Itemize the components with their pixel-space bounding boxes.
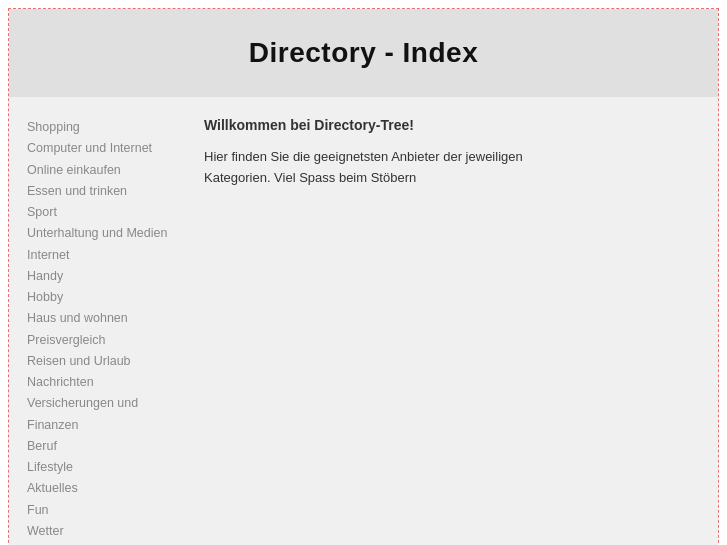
sidebar: ShoppingComputer und InternetOnline eink… (9, 117, 194, 542)
sidebar-item-18[interactable]: Wetter (27, 521, 184, 542)
welcome-title: Willkommen bei Directory-Tree! (204, 117, 698, 133)
sidebar-item-2[interactable]: Online einkaufen (27, 160, 184, 181)
sidebar-item-7[interactable]: Handy (27, 266, 184, 287)
page-container: Directory - Index ShoppingComputer und I… (8, 8, 719, 545)
sidebar-item-4[interactable]: Sport (27, 202, 184, 223)
sidebar-item-11[interactable]: Reisen und Urlaub (27, 351, 184, 372)
welcome-text: Hier finden Sie die geeignetsten Anbiete… (204, 147, 524, 189)
sidebar-item-1[interactable]: Computer und Internet (27, 138, 184, 159)
sidebar-item-3[interactable]: Essen und trinken (27, 181, 184, 202)
sidebar-item-17[interactable]: Fun (27, 500, 184, 521)
sidebar-item-13[interactable]: Versicherungen und Finanzen (27, 393, 184, 436)
main-content: Willkommen bei Directory-Tree! Hier find… (194, 117, 718, 542)
sidebar-item-9[interactable]: Haus und wohnen (27, 308, 184, 329)
page-title: Directory - Index (29, 37, 698, 69)
sidebar-item-0[interactable]: Shopping (27, 117, 184, 138)
sidebar-item-8[interactable]: Hobby (27, 287, 184, 308)
sidebar-item-15[interactable]: Lifestyle (27, 457, 184, 478)
sidebar-item-6[interactable]: Internet (27, 245, 184, 266)
sidebar-item-12[interactable]: Nachrichten (27, 372, 184, 393)
sidebar-item-5[interactable]: Unterhaltung und Medien (27, 223, 184, 244)
content-area: ShoppingComputer und InternetOnline eink… (9, 97, 718, 545)
page-header: Directory - Index (9, 9, 718, 97)
sidebar-item-14[interactable]: Beruf (27, 436, 184, 457)
sidebar-item-16[interactable]: Aktuelles (27, 478, 184, 499)
sidebar-item-10[interactable]: Preisvergleich (27, 330, 184, 351)
